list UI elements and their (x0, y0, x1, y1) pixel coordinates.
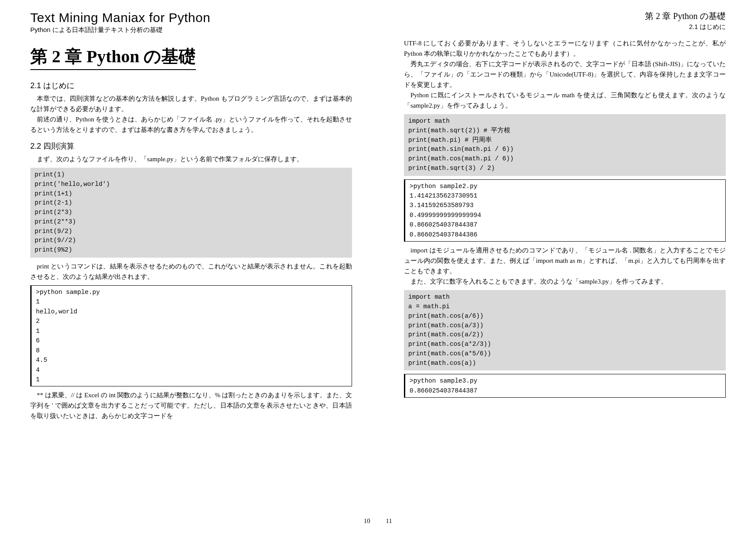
code-sample-py: print(1) print('hello,world') print(1+1)… (30, 168, 352, 258)
right-para-2: 秀丸エディタの場合、右下に文字コードが表示されるので、文字コードが「日本語 (S… (404, 59, 726, 90)
section-2-1-para-2: 前述の通り、Python を使うときは、あらかじめ「ファイル名 .py」というフ… (30, 114, 352, 135)
section-2-1-title: 2.1 はじめに (30, 80, 352, 91)
left-page: Text Mining Maniax for Python Python による… (0, 0, 378, 536)
right-header: 第 2 章 Python の基礎 2.1 はじめに (404, 10, 726, 31)
output-sample3-py: >python sample3.py 0.8660254037844387 (404, 374, 726, 398)
right-para-4: import はモジュールを適用させるためのコマンドであり、「モジュール名 . … (404, 245, 726, 276)
code-sample3-py: import math a = math.pi print(math.cos(a… (404, 290, 726, 370)
right-page: 第 2 章 Python の基礎 2.1 はじめに UTF-8 にしておく必要が… (378, 0, 756, 536)
header-section: 2.1 はじめに (404, 23, 726, 31)
section-2-2-para-3: ** は累乗、// は Excel の int 関数のように結果が整数になり、%… (30, 390, 352, 421)
page-spread: Text Mining Maniax for Python Python による… (0, 0, 756, 536)
right-para-5: また、文字に数字を入れることもできます。次のような「sample3.py」を作っ… (404, 276, 726, 287)
page-number-left: 10 (364, 517, 370, 525)
right-para-3: Python に既にインストールされているモジュール math を使えば、三角関… (404, 90, 726, 111)
output-sample2-py: >python sample2.py 1.4142135623730951 3.… (404, 179, 726, 242)
section-2-1-para-1: 本章では、四則演算などの基本的な方法を解説します。Python もプログラミング… (30, 93, 352, 114)
section-2-2-title: 2.2 四則演算 (30, 141, 352, 151)
book-title: Text Mining Maniax for Python (30, 10, 352, 25)
section-2-2-para-1: まず、次のようなファイルを作り、「sample.py」という名前で作業フォルダに… (30, 154, 352, 164)
section-2-2-para-2: print というコマンドは、結果を表示させるためのもので、これがないと結果が表… (30, 261, 352, 282)
code-sample2-py: import math print(math.sqrt(2)) # 平方根 pr… (404, 114, 726, 176)
right-para-1: UTF-8 にしておく必要があります。そうしないとエラーになります（これに気付か… (404, 38, 726, 59)
book-subtitle: Python による日本語計量テキスト分析の基礎 (30, 26, 352, 34)
output-sample-py: >python sample.py 1 hello,world 2 1 6 8 … (30, 285, 352, 387)
page-number-right: 11 (386, 517, 392, 525)
chapter-title: 第 2 章 Python の基礎 (30, 45, 196, 70)
header-chapter: 第 2 章 Python の基礎 (404, 10, 726, 22)
